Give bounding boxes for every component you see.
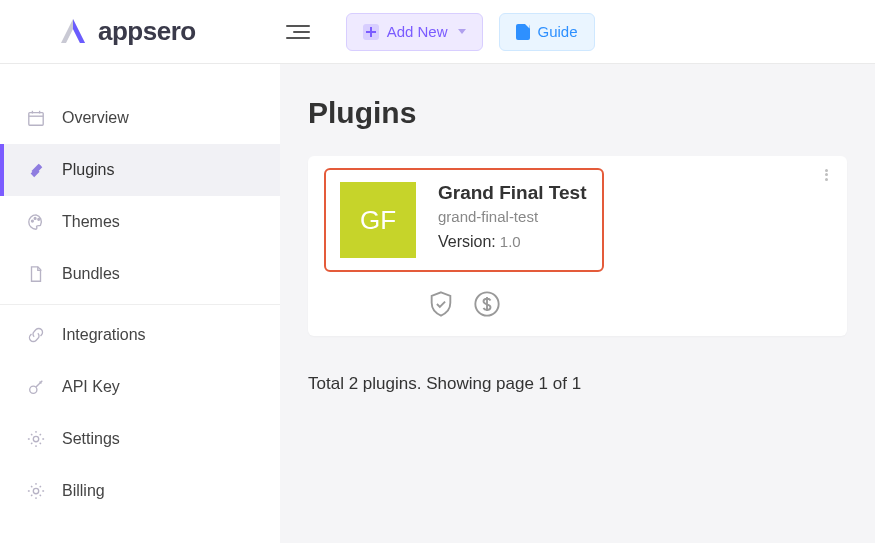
plugin-card[interactable]: GF Grand Final Test grand-final-test Ver… xyxy=(308,156,847,336)
svg-point-9 xyxy=(33,488,38,493)
brand-logo[interactable]: appsero xyxy=(56,15,196,49)
sidebar-item-bundles[interactable]: Bundles xyxy=(0,248,280,300)
sidebar-toggle-icon[interactable] xyxy=(286,20,310,44)
svg-point-6 xyxy=(38,218,40,220)
brand-logo-icon xyxy=(56,15,90,49)
card-menu-button[interactable] xyxy=(817,166,835,184)
sidebar-item-plugins[interactable]: Plugins xyxy=(0,144,280,196)
gear-icon xyxy=(26,481,46,501)
add-new-button[interactable]: Add New xyxy=(346,13,483,51)
svg-point-5 xyxy=(34,218,36,220)
sidebar-divider xyxy=(0,304,280,305)
sidebar-item-label: Bundles xyxy=(62,265,120,283)
document-icon xyxy=(516,24,530,40)
plugin-version-label: Version: xyxy=(438,233,496,250)
dollar-circle-icon xyxy=(473,290,501,318)
sidebar-item-label: Overview xyxy=(62,109,129,127)
shield-check-icon xyxy=(427,290,455,318)
sidebar-item-integrations[interactable]: Integrations xyxy=(0,309,280,361)
sidebar-item-overview[interactable]: Overview xyxy=(0,92,280,144)
guide-button[interactable]: Guide xyxy=(499,13,595,51)
gear-icon xyxy=(26,429,46,449)
sidebar-item-label: Settings xyxy=(62,430,120,448)
file-icon xyxy=(26,264,46,284)
svg-point-7 xyxy=(30,386,37,393)
plugin-name: Grand Final Test xyxy=(438,182,587,204)
link-icon xyxy=(26,325,46,345)
brand-name: appsero xyxy=(98,16,196,47)
svg-point-8 xyxy=(33,436,38,441)
sidebar-item-label: Themes xyxy=(62,213,120,231)
sidebar: Overview Plugins Themes Bundles Integra xyxy=(0,64,280,543)
plugin-slug: grand-final-test xyxy=(438,208,587,225)
svg-rect-0 xyxy=(29,113,43,126)
plus-icon xyxy=(363,24,379,40)
key-icon xyxy=(26,377,46,397)
svg-point-4 xyxy=(32,220,34,222)
plug-icon xyxy=(26,160,46,180)
guide-label: Guide xyxy=(538,23,578,40)
sidebar-item-settings[interactable]: Settings xyxy=(0,413,280,465)
sidebar-item-label: Billing xyxy=(62,482,105,500)
sidebar-item-label: API Key xyxy=(62,378,120,396)
sidebar-item-label: Integrations xyxy=(62,326,146,344)
plugin-version: Version:1.0 xyxy=(438,233,587,251)
sidebar-item-billing[interactable]: Billing xyxy=(0,465,280,517)
pagination-summary: Total 2 plugins. Showing page 1 of 1 xyxy=(308,374,847,394)
chevron-down-icon xyxy=(458,29,466,34)
add-new-label: Add New xyxy=(387,23,448,40)
palette-icon xyxy=(26,212,46,232)
page-title: Plugins xyxy=(308,96,847,130)
sidebar-item-themes[interactable]: Themes xyxy=(0,196,280,248)
sidebar-item-apikey[interactable]: API Key xyxy=(0,361,280,413)
calendar-icon xyxy=(26,108,46,128)
plugin-thumbnail: GF xyxy=(340,182,416,258)
plugin-highlight: GF Grand Final Test grand-final-test Ver… xyxy=(324,168,604,272)
plugin-version-value: 1.0 xyxy=(500,233,521,250)
sidebar-item-label: Plugins xyxy=(62,161,114,179)
